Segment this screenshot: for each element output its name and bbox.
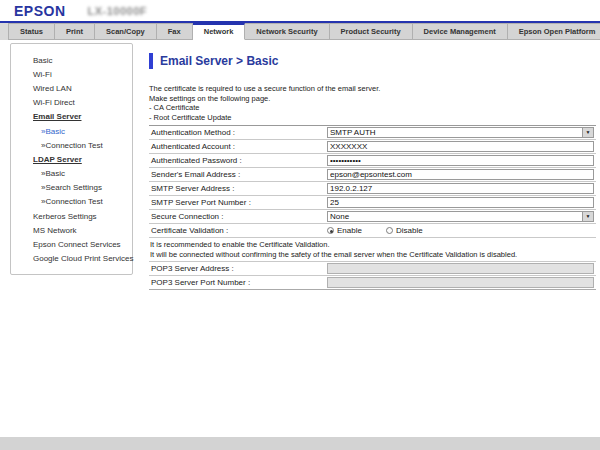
smtp-server-address-input[interactable]: [327, 183, 594, 194]
smtp-server-address-field: [327, 182, 596, 196]
tab-fax[interactable]: Fax: [157, 23, 193, 40]
form-row: Certificate Validation :EnableDisable: [149, 224, 596, 238]
radio-icon[interactable]: [386, 227, 393, 234]
radio-label: Disable: [396, 226, 423, 235]
main-panel: Email Server > Basic The certificate is …: [149, 40, 596, 450]
radio-enable[interactable]: Enable: [327, 226, 362, 235]
sidebar-item-wi-fi-direct[interactable]: Wi-Fi Direct: [11, 96, 132, 110]
sidebar-nav: BasicWi-FiWired LANWi-Fi DirectEmail Ser…: [10, 43, 133, 275]
authenticated-account-label: Authenticated Account :: [149, 140, 327, 154]
smtp-server-address-label: SMTP Server Address :: [149, 182, 327, 196]
epson-logo: EPSON: [14, 3, 66, 19]
tab-device-management[interactable]: Device Management: [413, 23, 508, 40]
radio-disable[interactable]: Disable: [386, 226, 423, 235]
authentication-method-field: SMTP AUTH▼: [327, 126, 596, 140]
description-line: - Root Certificate Update: [149, 113, 596, 123]
sidebar-item-epson-connect-services[interactable]: Epson Connect Services: [11, 237, 132, 251]
pop3-server-address-field: [327, 262, 596, 276]
page-title: Email Server > Basic: [160, 54, 278, 68]
content-area: BasicWi-FiWired LANWi-Fi DirectEmail Ser…: [0, 40, 600, 450]
form-row: SMTP Server Port Number :: [149, 196, 596, 210]
model-name-blurred: LX-10000F: [88, 5, 148, 17]
sidebar-item-connection-test[interactable]: »Connection Test: [11, 138, 132, 152]
chevron-down-icon[interactable]: ▼: [582, 212, 593, 221]
authentication-method-select[interactable]: SMTP AUTH▼: [327, 127, 594, 138]
secure-connection-field: None▼: [327, 210, 596, 224]
authenticated-password-label: Authenticated Password :: [149, 154, 327, 168]
pop3-server-port-number-field: [327, 276, 596, 290]
app-header: EPSON LX-10000F: [0, 0, 600, 21]
tab-status[interactable]: Status: [8, 23, 55, 40]
form-row: Authenticated Account :: [149, 140, 596, 154]
pop3-server-address-input: [327, 263, 594, 274]
title-row: Email Server > Basic: [149, 53, 596, 69]
sidebar-item-connection-test[interactable]: »Connection Test: [11, 195, 132, 209]
tab-network[interactable]: Network: [193, 23, 246, 40]
certificate-validation-field: EnableDisable: [327, 224, 596, 238]
authenticated-password-input[interactable]: [327, 155, 594, 166]
radio-icon[interactable]: [327, 227, 334, 234]
sidebar-item-basic[interactable]: »Basic: [11, 124, 132, 138]
secure-connection-label: Secure Connection :: [149, 210, 327, 224]
senders-email-address-label: Sender's Email Address :: [149, 168, 327, 182]
form-row: Secure Connection :None▼: [149, 210, 596, 224]
note-text: It is recommended to enable the Certific…: [149, 238, 596, 262]
sidebar-item-wired-lan[interactable]: Wired LAN: [11, 81, 132, 95]
tab-epson-open-platform[interactable]: Epson Open Platform: [508, 23, 600, 40]
sidebar-item-search-settings[interactable]: »Search Settings: [11, 181, 132, 195]
description-line: The certificate is required to use a sec…: [149, 84, 596, 94]
form-row: POP3 Server Address :: [149, 262, 596, 276]
smtp-server-port-number-field: [327, 196, 596, 210]
sidebar-item-email-server[interactable]: Email Server: [11, 110, 132, 124]
tab-network-security[interactable]: Network Security: [245, 23, 329, 40]
certificate-validation-radio-group: EnableDisable: [327, 225, 594, 236]
authenticated-password-field: [327, 154, 596, 168]
senders-email-address-field: [327, 168, 596, 182]
selected-value: SMTP AUTH: [330, 128, 376, 137]
settings-form: Authentication Method :SMTP AUTH▼Authent…: [149, 125, 596, 290]
tab-scan-copy[interactable]: Scan/Copy: [95, 23, 157, 40]
radio-label: Enable: [337, 226, 362, 235]
description-line: Make settings on the following page.: [149, 94, 596, 104]
sidebar-item-basic[interactable]: »Basic: [11, 167, 132, 181]
web-config-page: EPSON LX-10000F StatusPrintScan/CopyFaxN…: [0, 0, 600, 450]
description: The certificate is required to use a sec…: [149, 84, 596, 122]
description-line: - CA Certificate: [149, 103, 596, 113]
pop3-server-port-number-label: POP3 Server Port Number :: [149, 276, 327, 290]
tab-print[interactable]: Print: [55, 23, 95, 40]
smtp-server-port-number-label: SMTP Server Port Number :: [149, 196, 327, 210]
authenticated-account-input[interactable]: [327, 141, 594, 152]
secure-connection-select[interactable]: None▼: [327, 211, 594, 222]
sidebar-item-kerberos-settings[interactable]: Kerberos Settings: [11, 209, 132, 223]
authenticated-account-field: [327, 140, 596, 154]
form-row: SMTP Server Address :: [149, 182, 596, 196]
senders-email-address-input[interactable]: [327, 169, 594, 180]
tab-bar: StatusPrintScan/CopyFaxNetworkNetwork Se…: [0, 23, 600, 40]
certificate-validation-label: Certificate Validation :: [149, 224, 327, 238]
chevron-down-icon[interactable]: ▼: [582, 128, 593, 137]
form-row: Authenticated Password :: [149, 154, 596, 168]
form-row: Authentication Method :SMTP AUTH▼: [149, 126, 596, 140]
sidebar-item-basic[interactable]: Basic: [11, 53, 132, 67]
authentication-method-label: Authentication Method :: [149, 126, 327, 140]
footer-strip: [0, 437, 600, 450]
sidebar-item-wi-fi[interactable]: Wi-Fi: [11, 67, 132, 81]
sidebar-item-google-cloud-print-services[interactable]: Google Cloud Print Services: [11, 252, 132, 266]
pop3-server-address-label: POP3 Server Address :: [149, 262, 327, 276]
form-row: Sender's Email Address :: [149, 168, 596, 182]
sidebar-item-ms-network[interactable]: MS Network: [11, 223, 132, 237]
sidebar-item-ldap-server[interactable]: LDAP Server: [11, 152, 132, 166]
selected-value: None: [330, 212, 349, 221]
tab-product-security[interactable]: Product Security: [330, 23, 413, 40]
form-row: It is recommended to enable the Certific…: [149, 238, 596, 262]
smtp-server-port-number-input[interactable]: [327, 197, 594, 208]
title-accent-bar: [149, 53, 153, 69]
form-row: POP3 Server Port Number :: [149, 276, 596, 290]
pop3-server-port-number-input: [327, 277, 594, 288]
